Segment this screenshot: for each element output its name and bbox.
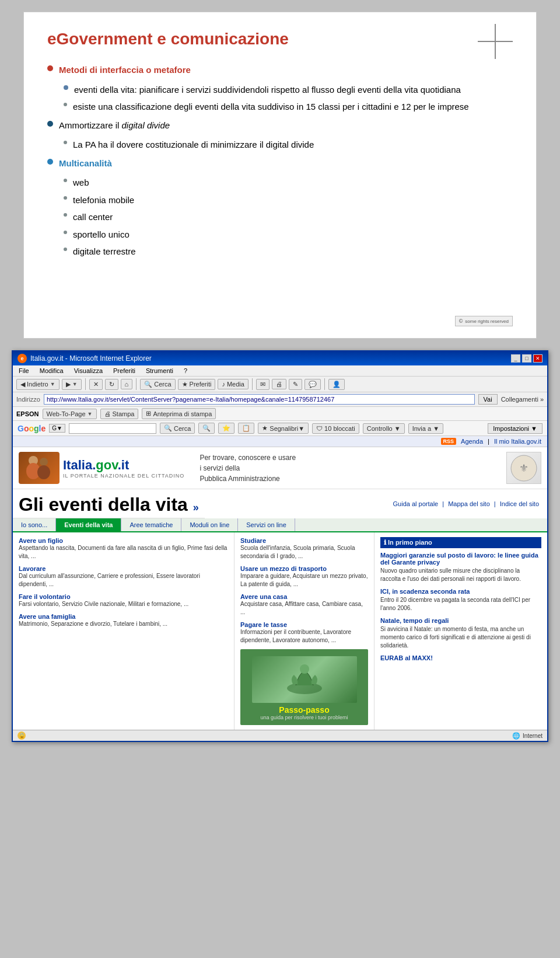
page-big-title: Gli eventi della vita »	[13, 489, 205, 518]
forward-button[interactable]: ▶ ▼	[62, 379, 82, 390]
list-item: Usare un mezzo di trasporto Imparare a g…	[240, 565, 368, 588]
slide-title: eGovernment e comunicazione	[47, 30, 513, 48]
bullet-dot-3-5	[64, 248, 67, 251]
browser-window: e Italia.gov.it - Microsoft Internet Exp…	[12, 350, 548, 742]
print-button[interactable]: 🖨	[272, 379, 286, 389]
main-content: Avere un figlio Aspettando la nascita, D…	[13, 532, 547, 730]
slide-bullet-3-4: sportello unico	[64, 227, 513, 242]
menu-file[interactable]: File	[16, 367, 32, 375]
epson-toolbar: EPSON Web-To-Page ▼ 🖨 Stampa ⊞ Anteprima…	[13, 407, 547, 421]
portal-subtitle: IL PORTALE NAZIONALE DEL CITTADINO	[63, 473, 184, 479]
close-button[interactable]: ✕	[533, 354, 542, 363]
minimize-button[interactable]: _	[511, 354, 520, 363]
mappa-link[interactable]: Mappa del sito	[448, 500, 490, 507]
messenger-button[interactable]: 👤	[328, 379, 345, 390]
address-label: Indirizzo	[16, 396, 40, 403]
guida-link[interactable]: Guida al portale	[393, 500, 439, 507]
list-item: Studiare Scuola dell'infanzia, Scuola pr…	[240, 537, 368, 560]
item-desc: Acquistare casa, Affittare casa, Cambiar…	[240, 600, 368, 616]
tab-moduli[interactable]: Moduli on line	[181, 518, 238, 531]
restore-button[interactable]: □	[522, 354, 531, 363]
tab-aree-tematiche[interactable]: Aree tematiche	[121, 518, 181, 531]
gov-text: gov	[96, 458, 117, 472]
refresh-button[interactable]: ↻	[105, 379, 118, 390]
google-icons-2[interactable]: ⭐	[218, 423, 235, 434]
list-item: Maggiori garanzie sul posto di lavoro: l…	[380, 552, 541, 583]
back-button[interactable]: ◀ Indietro ▼	[16, 379, 60, 390]
home-button[interactable]: ⌂	[121, 379, 133, 389]
status-bar: 🔒 🌐 Internet	[13, 730, 547, 741]
anteprima-button[interactable]: ⊞ Anteprima di stampa	[142, 408, 216, 419]
slide-bullet-3-4-text: sportello unico	[73, 227, 130, 242]
tab-servizi[interactable]: Servizi on line	[238, 518, 295, 531]
google-bar: Google G▼ 🔍 Cerca 🔍 ⭐ 📋 ★ Segnalibri▼ 🛡 …	[13, 421, 547, 436]
google-search-input[interactable]	[69, 423, 156, 434]
slide-bullet-3-5-text: digitale terrestre	[73, 244, 136, 259]
people-svg	[22, 454, 57, 483]
google-icons-1[interactable]: 🔍	[198, 423, 215, 434]
list-item: EURAB al MAXX!	[380, 654, 541, 661]
google-logo: Google	[18, 424, 46, 433]
slide-bullet-1-2: esiste una classificazione degli eventi …	[64, 99, 513, 114]
segnalibri-button[interactable]: ★ Segnalibri▼	[258, 423, 309, 434]
list-item: Avere una casa Acquistare casa, Affittar…	[240, 593, 368, 616]
tagline-3: Pubblica Amministrazione	[200, 473, 296, 484]
list-item: Natale, tempo di regali Si avvicina il N…	[380, 617, 541, 650]
favorites-button[interactable]: ★ Preferiti	[178, 379, 216, 390]
tab-eventi-vita[interactable]: Eventi della vita	[56, 518, 121, 531]
connections-label: Collegamenti »	[501, 396, 544, 403]
indice-link[interactable]: Indice del sito	[500, 500, 539, 507]
media-button[interactable]: ♪ Media	[218, 379, 248, 389]
mio-link[interactable]: Il mio Italia.gov.it	[494, 438, 541, 445]
cc-icon: ©	[459, 318, 463, 324]
bullet-dot-3-1	[64, 179, 67, 182]
invia-button[interactable]: Invia a ▼	[408, 423, 443, 434]
email-button[interactable]: ✉	[256, 379, 270, 390]
address-input[interactable]	[44, 394, 475, 405]
page-nav-links: Guida al portale | Mappa del sito | Indi…	[391, 500, 547, 507]
back-dropdown-icon: ▼	[50, 381, 55, 387]
menu-modifica[interactable]: Modifica	[37, 367, 66, 375]
bullet-dot-1-2	[64, 103, 67, 106]
menu-visualizza[interactable]: Visualizza	[72, 367, 105, 375]
top-strip: RSS Agenda | Il mio Italia.gov.it	[13, 436, 547, 447]
browser-titlebar: e Italia.gov.it - Microsoft Internet Exp…	[13, 351, 547, 365]
google-search-button[interactable]: 🔍 Cerca	[160, 423, 195, 434]
tab-io-sono[interactable]: Io sono...	[13, 518, 56, 531]
slide-bullet-1-1-text: eventi della vita: pianificare i servizi…	[74, 82, 461, 97]
go-button[interactable]: Vai	[478, 394, 498, 405]
menu-strumenti[interactable]: Strumenti	[144, 367, 176, 375]
list-item: Pagare le tasse Informazioni per il cont…	[240, 621, 368, 645]
menu-preferiti[interactable]: Preferiti	[111, 367, 138, 375]
edit-button[interactable]: ✎	[289, 379, 302, 390]
bullet-dot-1-1	[64, 85, 68, 90]
agenda-link[interactable]: Agenda	[461, 438, 483, 445]
discuss-button[interactable]: 💬	[304, 379, 321, 390]
google-icon-3: 📋	[242, 424, 250, 432]
pp-item-desc: Entro il 20 dicembre va pagata la second…	[380, 596, 541, 612]
stampa-button[interactable]: 🖨 Stampa	[100, 409, 139, 419]
list-item: Avere un figlio Aspettando la nascita, D…	[19, 537, 228, 560]
toolbar-separator-4	[324, 378, 325, 390]
pp-item-desc: Nuovo quadro unitario sulle misure che d…	[380, 567, 541, 583]
google-g-button[interactable]: G▼	[49, 424, 65, 433]
google-icons-3[interactable]: 📋	[238, 423, 254, 434]
item-desc: Matrimonio, Separazione e divorzio, Tute…	[19, 620, 228, 628]
search-button[interactable]: 🔍 Cerca	[140, 379, 175, 390]
webtopage-button[interactable]: Web-To-Page ▼	[43, 409, 97, 419]
menu-help[interactable]: ?	[181, 367, 190, 375]
blocked-button[interactable]: 🛡 10 bloccati	[312, 423, 359, 434]
slide-bullet-3-5: digitale terrestre	[64, 244, 513, 259]
discuss-icon: 💬	[309, 381, 317, 388]
bullet-dot-2	[47, 121, 53, 127]
controllo-button[interactable]: Controllo ▼	[363, 423, 405, 434]
item-title: Avere un figlio	[19, 537, 228, 544]
impostazioni-button[interactable]: Impostazioni ▼	[488, 423, 542, 434]
status-left-area: 🔒	[18, 731, 26, 740]
tagline-1: Per trovare, conoscere e usare	[200, 452, 296, 463]
slide-bullet-3-2-text: telefonia mobile	[73, 193, 134, 208]
bullet-dot-3	[47, 159, 53, 165]
stop-button[interactable]: ✕	[89, 379, 103, 390]
rss-badge: RSS	[441, 438, 457, 445]
slide-bullet-2-1: La PA ha il dovere costituzionale di min…	[64, 137, 513, 152]
